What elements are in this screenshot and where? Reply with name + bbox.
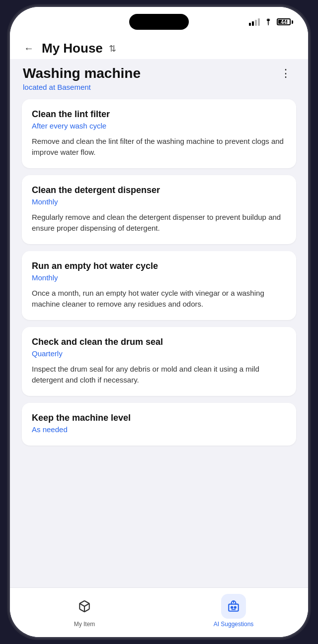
- chevron-icon[interactable]: ⇅: [109, 43, 116, 54]
- card-description: Remove and clean the lint filter of the …: [32, 136, 286, 158]
- card-title: Check and clean the drum seal: [32, 337, 286, 347]
- task-card-2[interactable]: Clean the detergent dispenser Monthly Re…: [22, 175, 296, 244]
- nav-bar: ← My House ⇅: [10, 37, 308, 59]
- task-card-1[interactable]: Clean the lint filter After every wash c…: [22, 99, 296, 168]
- svg-rect-2: [229, 604, 238, 611]
- tab-label-ai-suggestions: AI Suggestions: [214, 621, 254, 628]
- card-title: Run an empty hot water cycle: [32, 261, 286, 271]
- svg-point-4: [235, 607, 236, 608]
- status-bar: 44: [10, 7, 308, 37]
- robot-icon: [227, 600, 240, 613]
- tab-bar: My Item AI Suggestions: [10, 587, 308, 637]
- card-frequency: Monthly: [32, 273, 286, 282]
- item-title: Washing machine: [23, 65, 141, 82]
- tab-my-item[interactable]: My Item: [10, 594, 159, 628]
- svg-point-3: [231, 607, 233, 608]
- card-description: Once a month, run an empty hot water cyc…: [32, 288, 286, 310]
- card-title: Clean the lint filter: [32, 109, 286, 120]
- status-icons: 44: [249, 18, 293, 26]
- cube-icon: [78, 600, 91, 613]
- signal-icon: [249, 18, 260, 26]
- task-card-5[interactable]: Keep the machine level As needed: [22, 403, 296, 446]
- card-title: Clean the detergent dispenser: [32, 185, 286, 195]
- more-options-button[interactable]: ⋮: [276, 65, 295, 82]
- item-location: located at Basement: [23, 83, 141, 91]
- wifi-icon: [264, 18, 273, 25]
- tab-icon-wrap-my-item: [72, 594, 97, 619]
- card-title: Keep the machine level: [32, 413, 286, 423]
- task-card-3[interactable]: Run an empty hot water cycle Monthly Onc…: [22, 251, 296, 320]
- item-header: Washing machine located at Basement ⋮: [22, 65, 296, 91]
- back-button[interactable]: ←: [22, 41, 36, 56]
- card-frequency: After every wash cycle: [32, 122, 286, 130]
- item-info: Washing machine located at Basement: [23, 65, 141, 91]
- tab-ai-suggestions[interactable]: AI Suggestions: [159, 594, 308, 628]
- page-title: My House: [42, 41, 103, 56]
- card-frequency: Monthly: [32, 197, 286, 206]
- card-description: Inspect the drum seal for any debris or …: [32, 364, 286, 386]
- svg-point-0: [268, 24, 269, 25]
- tab-icon-wrap-ai: [221, 594, 246, 619]
- card-frequency: As needed: [32, 425, 286, 434]
- card-description: Regularly remove and clean the detergent…: [32, 212, 286, 234]
- card-frequency: Quarterly: [32, 349, 286, 358]
- battery-icon: 44: [277, 18, 293, 25]
- dynamic-island: [129, 14, 189, 30]
- content-area: Washing machine located at Basement ⋮ Cl…: [10, 59, 308, 587]
- task-card-4[interactable]: Check and clean the drum seal Quarterly …: [22, 327, 296, 396]
- tab-label-my-item: My Item: [74, 621, 95, 628]
